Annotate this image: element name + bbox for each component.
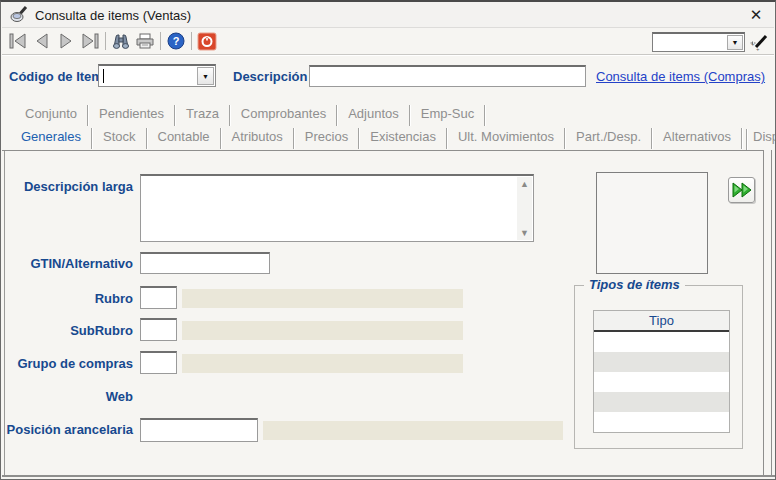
panel-border	[2, 150, 764, 151]
table-row[interactable]	[594, 412, 729, 432]
tipo-column-header: Tipo	[594, 311, 729, 332]
scroll-up-icon[interactable]: ▲	[517, 177, 532, 191]
table-row[interactable]	[594, 392, 729, 412]
tab-adjuntos[interactable]: Adjuntos	[338, 102, 409, 125]
tab-precios[interactable]: Precios	[295, 125, 358, 148]
svg-text:+: +	[756, 46, 760, 52]
descripcion-label: Descripción	[233, 69, 307, 84]
rubro-descripcion-field	[182, 289, 463, 308]
descripcion-input[interactable]	[309, 65, 586, 87]
last-record-icon[interactable]	[78, 30, 102, 52]
tab-alternativos[interactable]: Alternativos	[653, 125, 741, 148]
tab-traza[interactable]: Traza	[176, 102, 229, 125]
posicion-arancelaria-input[interactable]	[140, 418, 258, 442]
codigo-item-label: Código de Item	[9, 69, 103, 84]
dropdown-arrow-icon[interactable]: ▼	[197, 67, 214, 85]
toolbar-separator	[191, 32, 192, 50]
rubro-input[interactable]	[140, 286, 177, 309]
posicion-descripcion-field	[263, 421, 563, 440]
tab-comprobantes[interactable]: Comprobantes	[231, 102, 336, 125]
printer-icon[interactable]	[133, 30, 157, 52]
tab-generales[interactable]: Generales	[11, 125, 91, 148]
panel-border	[763, 150, 764, 476]
tab-emp-suc[interactable]: Emp-Suc	[411, 102, 484, 125]
descripcion-larga-label: Descripción larga	[1, 179, 133, 194]
dropdown-arrow-icon[interactable]: ▼	[727, 35, 743, 50]
grupo-compras-input[interactable]	[140, 351, 177, 374]
descripcion-larga-textarea[interactable]: ▲ ▼	[140, 174, 534, 242]
title-bar: Consulta de items (Ventas) ✕	[2, 2, 774, 28]
tab-stock[interactable]: Stock	[93, 125, 146, 148]
panel-border	[771, 150, 772, 476]
tab-edge-separator	[746, 129, 748, 150]
textarea-scrollbar[interactable]: ▲ ▼	[517, 177, 532, 240]
posicion-arancelaria-label: Posición arancelaria	[1, 422, 133, 437]
web-label: Web	[1, 389, 133, 404]
grupo-compras-descripcion-field	[182, 354, 463, 373]
binoculars-search-icon[interactable]	[109, 30, 133, 52]
grupo-compras-label: Grupo de compras	[1, 356, 133, 371]
scroll-down-icon[interactable]: ▼	[517, 226, 532, 240]
table-row[interactable]	[594, 372, 729, 392]
text-caret	[103, 69, 104, 83]
toolbar: ? ▼ + +	[2, 28, 774, 55]
tab-atributos[interactable]: Atributos	[222, 125, 293, 148]
tab-ult-movimientos[interactable]: Ult. Movimientos	[448, 125, 564, 148]
toolbar-separator	[160, 32, 161, 50]
subrubro-label: SubRubro	[1, 323, 133, 338]
window-title: Consulta de items (Ventas)	[35, 8, 191, 23]
tab-pendientes[interactable]: Pendientes	[89, 102, 174, 125]
svg-text:+: +	[751, 41, 755, 47]
tab-part-desp[interactable]: Part./Desp.	[566, 125, 651, 148]
previous-record-icon[interactable]	[30, 30, 54, 52]
toolbar-separator	[105, 32, 106, 50]
tipos-table: Tipo	[593, 310, 730, 433]
gtin-input[interactable]	[140, 252, 270, 274]
rubro-label: Rubro	[1, 291, 133, 306]
gtin-label: GTIN/Alternativo	[1, 256, 133, 271]
consulta-compras-link[interactable]: Consulta de items (Compras)	[596, 69, 765, 84]
toolbar-combobox[interactable]: ▼	[652, 32, 745, 52]
first-record-icon[interactable]	[6, 30, 30, 52]
exit-icon[interactable]	[195, 30, 219, 52]
tab-row-secondary: Conjunto Pendientes Traza Comprobantes A…	[15, 102, 486, 125]
tab-existencias[interactable]: Existencias	[360, 125, 446, 148]
next-record-icon[interactable]	[54, 30, 78, 52]
app-window: Consulta de items (Ventas) ✕	[0, 0, 776, 480]
tab-row-primary: Generales Stock Contable Atributos Preci…	[11, 125, 776, 148]
form-search-icon	[10, 6, 28, 27]
fast-forward-icon[interactable]	[728, 177, 755, 203]
close-icon[interactable]: ✕	[746, 5, 766, 25]
tab-conjunto[interactable]: Conjunto	[15, 102, 87, 125]
magic-wand-icon[interactable]: + +	[748, 31, 771, 53]
tipos-de-items-group-label: Tipos de ítems	[584, 277, 685, 292]
subrubro-descripcion-field	[182, 321, 463, 340]
subrubro-input[interactable]	[140, 318, 177, 341]
table-row[interactable]	[594, 352, 729, 372]
svg-text:?: ?	[173, 35, 180, 47]
tab-contable[interactable]: Contable	[148, 125, 220, 148]
help-icon[interactable]: ?	[164, 30, 188, 52]
item-image-box	[596, 172, 708, 274]
panel-border	[2, 475, 776, 477]
tipos-de-items-groupbox: Tipos de ítems Tipo	[574, 285, 743, 449]
table-row[interactable]	[594, 332, 729, 352]
codigo-item-combobox[interactable]: ▼	[98, 64, 216, 87]
